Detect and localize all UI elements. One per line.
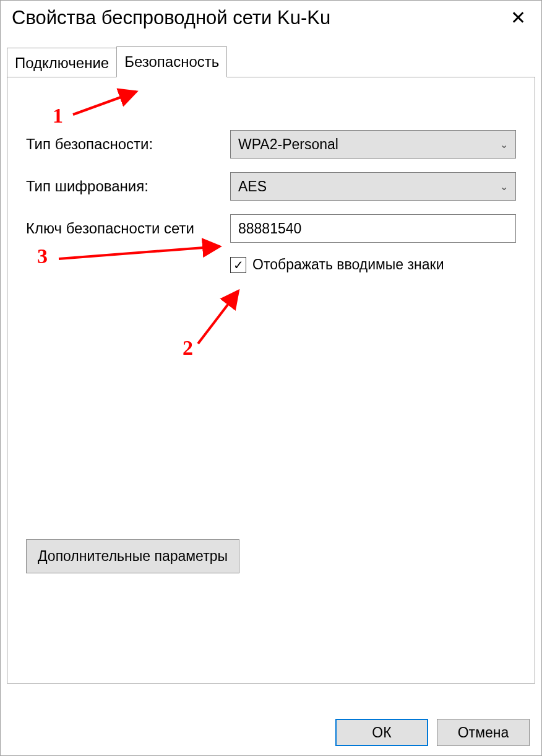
security-type-value: WPA2-Personal — [238, 136, 338, 153]
ok-button[interactable]: ОК — [335, 719, 428, 746]
wifi-properties-window: Свойства беспроводной сети Ku-Ku ✕ Подкл… — [0, 0, 542, 756]
titlebar: Свойства беспроводной сети Ku-Ku ✕ — [1, 1, 541, 40]
security-type-select[interactable]: WPA2-Personal ⌄ — [230, 130, 516, 159]
network-key-row: Ключ безопасности сети — [26, 214, 516, 243]
tab-security-label: Безопасность — [124, 53, 219, 70]
security-type-row: Тип безопасности: WPA2-Personal ⌄ — [26, 130, 516, 159]
show-chars-checkbox[interactable]: ✓ — [230, 257, 246, 273]
window-title: Свойства беспроводной сети Ku-Ku — [12, 7, 330, 29]
security-type-label: Тип безопасности: — [26, 136, 230, 153]
cancel-button[interactable]: Отмена — [437, 719, 530, 746]
encryption-type-row: Тип шифрования: AES ⌄ — [26, 172, 516, 201]
network-key-label: Ключ безопасности сети — [26, 220, 230, 237]
encryption-type-label: Тип шифрования: — [26, 178, 230, 195]
show-chars-label: Отображать вводимые знаки — [252, 256, 444, 273]
tab-strip: Подключение Безопасность — [1, 46, 541, 77]
encryption-type-value: AES — [238, 178, 267, 195]
chevron-down-icon: ⌄ — [500, 139, 508, 150]
advanced-settings-label: Дополнительные параметры — [38, 548, 228, 564]
tab-connection-label: Подключение — [15, 54, 109, 71]
dialog-footer: ОК Отмена — [335, 719, 530, 746]
tab-content-security: Тип безопасности: WPA2-Personal ⌄ Тип ши… — [7, 77, 535, 684]
network-key-input[interactable] — [230, 214, 516, 243]
cancel-button-label: Отмена — [458, 724, 509, 741]
tab-connection[interactable]: Подключение — [7, 48, 117, 78]
encryption-type-select[interactable]: AES ⌄ — [230, 172, 516, 201]
close-icon: ✕ — [510, 7, 526, 28]
close-button[interactable]: ✕ — [504, 9, 532, 27]
ok-button-label: ОК — [372, 724, 391, 741]
advanced-settings-button[interactable]: Дополнительные параметры — [26, 539, 239, 573]
tab-security[interactable]: Безопасность — [116, 46, 227, 77]
chevron-down-icon: ⌄ — [500, 181, 508, 193]
show-chars-row: ✓ Отображать вводимые знаки — [230, 256, 516, 273]
checkmark-icon: ✓ — [233, 259, 244, 271]
